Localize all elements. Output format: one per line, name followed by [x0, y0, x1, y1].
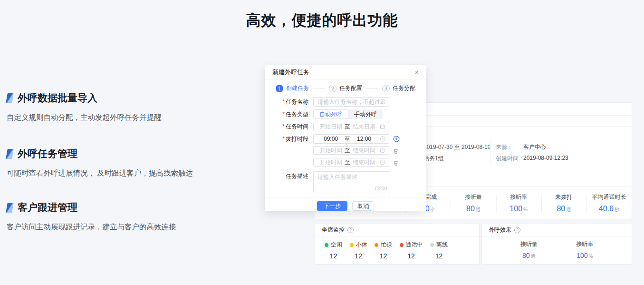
- status-dot: [325, 243, 328, 247]
- feature-desc: 可随时查看外呼进展情况， 及时跟进客户，提高线索触达: [7, 168, 254, 178]
- status-count: 12: [330, 252, 337, 260]
- agent-status-break: 小休 12: [350, 241, 367, 260]
- status-count: 12: [407, 252, 415, 260]
- char-counter: 0/200: [375, 186, 387, 191]
- task-desc-label: 任务描述: [265, 171, 313, 181]
- stat-label: 平均通话时长: [592, 193, 626, 201]
- feature-desc: 自定义规则自动分配，主动发起外呼任务并提醒: [7, 113, 254, 123]
- stat-label: 未拨打: [555, 193, 572, 201]
- clock-icon: [380, 136, 385, 142]
- step-create-task[interactable]: 1 创建任务: [276, 84, 309, 92]
- help-icon[interactable]: ?: [347, 227, 354, 233]
- status-count: 12: [435, 252, 443, 260]
- stat-value: 80: [466, 205, 475, 213]
- bracket-icon: [6, 149, 14, 159]
- call-time-picker-3[interactable]: 开始时间 至 结束时间: [313, 158, 389, 167]
- status-dot: [350, 243, 354, 247]
- status-dot: [430, 243, 434, 247]
- next-step-button[interactable]: 下一步: [317, 201, 347, 211]
- bracket-icon: [6, 203, 14, 213]
- task-date-label: *任务时间: [265, 122, 313, 131]
- source-label: 来源：: [496, 143, 513, 151]
- effect-stat: 接听量 80通: [501, 240, 557, 260]
- task-name-input[interactable]: [313, 97, 389, 107]
- panel-title: 外呼效果: [489, 226, 511, 234]
- stat-value: 40.6: [599, 205, 614, 213]
- effect-stat: 接听率 100%: [557, 240, 613, 260]
- stat-unit: %: [588, 254, 593, 259]
- task-type-label: *任务类型: [265, 109, 313, 119]
- stat-item: 平均通话时长 40.6秒: [586, 187, 632, 219]
- stat-value: 80: [557, 205, 565, 213]
- delete-time-icon[interactable]: [393, 146, 399, 156]
- call-time-picker-1[interactable]: 09:00 至 12:00: [313, 134, 389, 144]
- task-name-label: *任务名称: [265, 97, 313, 107]
- created-value: 2019-08-09 12:23: [523, 155, 568, 161]
- page: 高效，便捷的呼出功能 外呼数据批量导入 自定义规则自动分配，主动发起外呼任务并提…: [0, 0, 644, 285]
- source-value: 客户中心: [523, 143, 546, 151]
- stat-unit: 通: [566, 207, 571, 212]
- call-time-label: *拨打时段: [265, 134, 313, 144]
- stat-label: 接听率: [576, 240, 593, 248]
- stat-unit: 通: [476, 207, 481, 212]
- outbound-effect-panel: 外呼效果 ? 接听量 80通 接听率 100%: [481, 224, 632, 265]
- stat-item: 接听率 100%: [496, 187, 541, 219]
- status-dot: [400, 243, 404, 247]
- status-count: 12: [380, 252, 387, 260]
- agent-monitor-panel: 坐席监控 ? 空闲 12 小休 12 忙碌 12 通话中 12 离线 12: [315, 224, 480, 265]
- feature-title: 外呼任务管理: [18, 147, 77, 160]
- agent-status-oncall: 通话中 12: [400, 241, 423, 260]
- bracket-icon: [6, 93, 14, 103]
- status-dot: [375, 243, 378, 247]
- stat-label: 接听量: [520, 240, 538, 248]
- feature-batch-import: 外呼数据批量导入 自定义规则自动分配，主动发起外呼任务并提醒: [7, 91, 254, 123]
- status-count: 12: [355, 252, 362, 260]
- close-icon[interactable]: ×: [415, 69, 419, 76]
- stat-label: 接听量: [465, 193, 482, 201]
- feature-title: 外呼数据批量导入: [18, 91, 97, 105]
- clock-icon: [380, 147, 385, 153]
- modal-title: 新建外呼任务: [272, 68, 309, 77]
- step-task-assign[interactable]: 3 任务分配: [382, 84, 415, 92]
- new-outbound-task-modal: 新建外呼任务 × 1 创建任务 2 任务配置 3 任务分配 *任务名称: [265, 65, 426, 211]
- task-type-manual-option[interactable]: 手动外呼: [348, 109, 383, 119]
- calendar-icon: [380, 124, 385, 129]
- delete-time-icon[interactable]: [393, 158, 399, 167]
- stat-item: 未拨打 80通: [541, 187, 586, 219]
- call-time-picker-2[interactable]: 开始时间 至 结束时间: [313, 146, 389, 155]
- feature-desc: 客户访问主动展现跟进记录，建立与客户的高效连接: [7, 222, 254, 232]
- stat-unit: %: [523, 207, 528, 212]
- stat-unit: 秒: [615, 207, 619, 212]
- stepper: 1 创建任务 2 任务配置 3 任务分配: [265, 84, 426, 92]
- panel-title: 坐席监控: [322, 226, 345, 234]
- task-desc-field: 0/200: [313, 171, 390, 193]
- add-time-icon[interactable]: [393, 134, 400, 144]
- stat-value: 100: [577, 252, 587, 259]
- task-date-range-picker[interactable]: 开始日期 至 结束日期: [313, 122, 389, 131]
- feature-customer-follow: 客户跟进管理 客户访问主动展现跟进记录，建立与客户的高效连接: [7, 201, 254, 232]
- stat-value: 80: [522, 252, 530, 259]
- task-date-range: 2019-07-30 至 2019-08-10: [423, 143, 490, 151]
- created-label: 创建时间：: [496, 155, 524, 163]
- help-icon[interactable]: ?: [514, 227, 520, 233]
- task-type-segmented: 自动外呼 手动外呼: [313, 109, 383, 119]
- agent-status-offline: 离线 12: [430, 241, 448, 260]
- agent-status-idle: 空闲 12: [325, 241, 342, 260]
- clock-icon: [380, 159, 385, 165]
- stat-unit: 通: [531, 254, 536, 259]
- feature-title: 客户跟进管理: [18, 201, 77, 214]
- step-connector: [366, 88, 378, 88]
- feature-task-management: 外呼任务管理 可随时查看外呼进展情况， 及时跟进客户，提高线索触达: [7, 147, 254, 178]
- step-task-config[interactable]: 2 任务配置: [329, 84, 362, 92]
- info-divider: [490, 141, 490, 163]
- stat-value: 100: [509, 205, 522, 213]
- task-type-auto-option[interactable]: 自动外呼: [313, 109, 348, 119]
- page-title: 高效，便捷的呼出功能: [0, 10, 644, 30]
- stat-label: 接听率: [510, 193, 527, 201]
- task-form: *任务名称 *任务类型 自动外呼 手动外呼 *任务时间 开始日期 至 结束日期: [265, 97, 426, 193]
- stat-item: 接听量 80通: [451, 187, 496, 219]
- modal-footer: 下一步 取消: [265, 197, 426, 211]
- cancel-button[interactable]: 取消: [352, 201, 374, 211]
- stat-unit: 个: [431, 207, 435, 212]
- task-group: 话务1组: [423, 155, 444, 163]
